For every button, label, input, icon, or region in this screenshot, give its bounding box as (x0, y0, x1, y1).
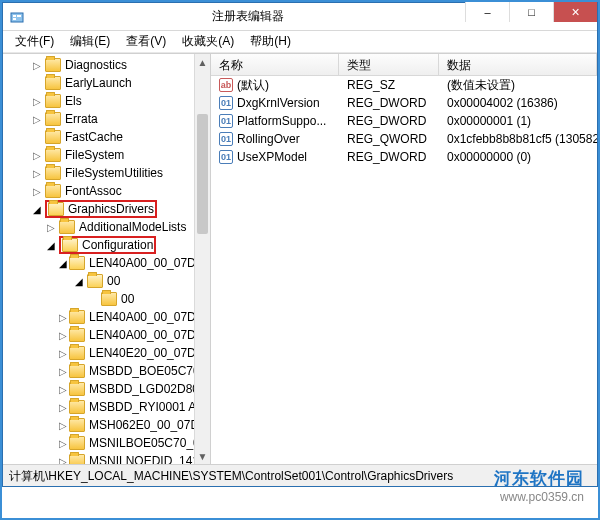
menu-help[interactable]: 帮助(H) (244, 31, 297, 52)
tree-item-label: MSBDD_LGD02D80_00 (89, 382, 211, 396)
registry-tree[interactable]: ▷DiagnosticsEarlyLaunch▷Els▷ErrataFastCa… (3, 54, 210, 464)
tree-item[interactable]: ▷LEN40A00_00_07DC_9 (3, 326, 210, 344)
tree-item[interactable]: ▷MSBDD_LGD02D80_00 (3, 380, 210, 398)
expand-icon[interactable]: ▷ (59, 329, 67, 341)
folder-icon (69, 256, 85, 270)
folder-icon (69, 382, 85, 396)
tree-item[interactable]: ▷FontAssoc (3, 182, 210, 200)
svg-rect-0 (11, 13, 23, 22)
collapse-icon[interactable]: ◢ (31, 203, 43, 215)
tree-item[interactable]: 00 (3, 290, 210, 308)
maximize-button[interactable]: □ (509, 2, 553, 22)
tree-item-label: MSNILBOE05C70_01_0 (89, 436, 211, 450)
tree-item[interactable]: ▷MSNILNOEDID_1414_0 (3, 452, 210, 464)
expand-icon[interactable]: ▷ (59, 419, 67, 431)
tree-item[interactable]: ◢GraphicsDrivers (3, 200, 210, 218)
column-type[interactable]: 类型 (339, 54, 439, 75)
expand-icon[interactable]: ▷ (31, 113, 43, 125)
expand-icon[interactable]: ▷ (59, 455, 67, 464)
value-data: 0x00000001 (1) (439, 114, 597, 128)
titlebar: 注册表编辑器 – □ × (3, 3, 597, 31)
tree-item[interactable]: ◢00 (3, 272, 210, 290)
folder-icon (45, 184, 61, 198)
expand-icon[interactable]: ▷ (59, 437, 67, 449)
folder-icon (101, 292, 117, 306)
folder-icon (45, 58, 61, 72)
minimize-button[interactable]: – (465, 2, 509, 22)
tree-item[interactable]: ◢Configuration (3, 236, 210, 254)
value-row[interactable]: 01DxgKrnlVersionREG_DWORD0x00004002 (163… (211, 94, 597, 112)
collapse-icon[interactable]: ◢ (73, 275, 85, 287)
expand-icon[interactable]: ▷ (59, 383, 67, 395)
tree-item[interactable]: ▷AdditionalModeLists (3, 218, 210, 236)
collapse-icon[interactable]: ◢ (59, 257, 67, 269)
expand-icon[interactable]: ▷ (31, 185, 43, 197)
folder-icon (45, 130, 61, 144)
tree-item[interactable]: ▷Els (3, 92, 210, 110)
tree-item[interactable]: ▷Diagnostics (3, 56, 210, 74)
values-panel: 名称 类型 数据 ab(默认)REG_SZ(数值未设置)01DxgKrnlVer… (211, 54, 597, 464)
menu-favorites[interactable]: 收藏夹(A) (176, 31, 240, 52)
value-row[interactable]: 01PlatformSuppo...REG_DWORD0x00000001 (1… (211, 112, 597, 130)
folder-icon (62, 238, 78, 252)
expand-icon[interactable]: ▷ (31, 95, 43, 107)
column-data[interactable]: 数据 (439, 54, 597, 75)
value-name-cell: 01RollingOver (211, 132, 339, 146)
value-name-cell: 01UseXPModel (211, 150, 339, 164)
binary-value-icon: 01 (219, 114, 233, 128)
tree-item[interactable]: FastCache (3, 128, 210, 146)
expand-icon[interactable]: ▷ (31, 59, 43, 71)
scroll-up-icon[interactable]: ▲ (195, 54, 210, 70)
scroll-thumb[interactable] (197, 114, 208, 234)
regedit-window: 注册表编辑器 – □ × 文件(F) 编辑(E) 查看(V) 收藏夹(A) 帮助… (2, 2, 598, 487)
tree-item[interactable]: ▷MSH062E0_00_07DB_0 (3, 416, 210, 434)
value-row[interactable]: 01UseXPModelREG_DWORD0x00000000 (0) (211, 148, 597, 166)
expand-icon[interactable]: ▷ (45, 221, 57, 233)
watermark-brand: 河东软件园 (494, 467, 584, 490)
scroll-down-icon[interactable]: ▼ (195, 448, 210, 464)
expand-icon[interactable]: ▷ (31, 167, 43, 179)
expand-icon[interactable]: ▷ (59, 311, 67, 323)
expand-icon[interactable]: ▷ (59, 401, 67, 413)
string-value-icon: ab (219, 78, 233, 92)
tree-item[interactable]: ▷LEN40E20_00_07DA_9 (3, 344, 210, 362)
folder-icon (69, 364, 85, 378)
collapse-icon[interactable]: ◢ (45, 239, 57, 251)
binary-value-icon: 01 (219, 96, 233, 110)
tree-item[interactable]: ◢LEN40A00_00_07DC_9 (3, 254, 210, 272)
close-button[interactable]: × (553, 2, 597, 22)
no-expand-icon (31, 131, 43, 143)
expand-icon[interactable]: ▷ (59, 365, 67, 377)
tree-scrollbar[interactable]: ▲ ▼ (194, 54, 210, 464)
menu-edit[interactable]: 编辑(E) (64, 31, 116, 52)
tree-item-label: LEN40A00_00_07DC_9 (89, 328, 211, 342)
folder-icon (69, 400, 85, 414)
tree-item[interactable]: ▷Errata (3, 110, 210, 128)
app-icon (9, 9, 25, 25)
folder-icon (69, 436, 85, 450)
tree-item[interactable]: ▷LEN40A00_00_07DC_9 (3, 308, 210, 326)
tree-item-label: FontAssoc (65, 184, 122, 198)
tree-item[interactable]: ▷FileSystem (3, 146, 210, 164)
value-type: REG_DWORD (339, 150, 439, 164)
value-name-cell: 01DxgKrnlVersion (211, 96, 339, 110)
tree-item[interactable]: ▷MSBDD_RYI0001 AGN (3, 398, 210, 416)
no-expand-icon (31, 77, 43, 89)
menu-view[interactable]: 查看(V) (120, 31, 172, 52)
expand-icon[interactable]: ▷ (31, 149, 43, 161)
expand-icon[interactable]: ▷ (59, 347, 67, 359)
tree-item[interactable]: ▷MSNILBOE05C70_01_0 (3, 434, 210, 452)
folder-icon (59, 220, 75, 234)
folder-icon (87, 274, 103, 288)
tree-item-label: Diagnostics (65, 58, 127, 72)
value-name: (默认) (237, 77, 269, 94)
value-row[interactable]: ab(默认)REG_SZ(数值未设置) (211, 76, 597, 94)
tree-item[interactable]: ▷FileSystemUtilities (3, 164, 210, 182)
menu-file[interactable]: 文件(F) (9, 31, 60, 52)
column-name[interactable]: 名称 (211, 54, 339, 75)
values-list[interactable]: ab(默认)REG_SZ(数值未设置)01DxgKrnlVersionREG_D… (211, 76, 597, 166)
tree-item[interactable]: EarlyLaunch (3, 74, 210, 92)
tree-item-label: Els (65, 94, 82, 108)
value-row[interactable]: 01RollingOverREG_QWORD0x1cfebb8b8b81cf5 … (211, 130, 597, 148)
tree-item[interactable]: ▷MSBDD_BOE05C70_01 (3, 362, 210, 380)
